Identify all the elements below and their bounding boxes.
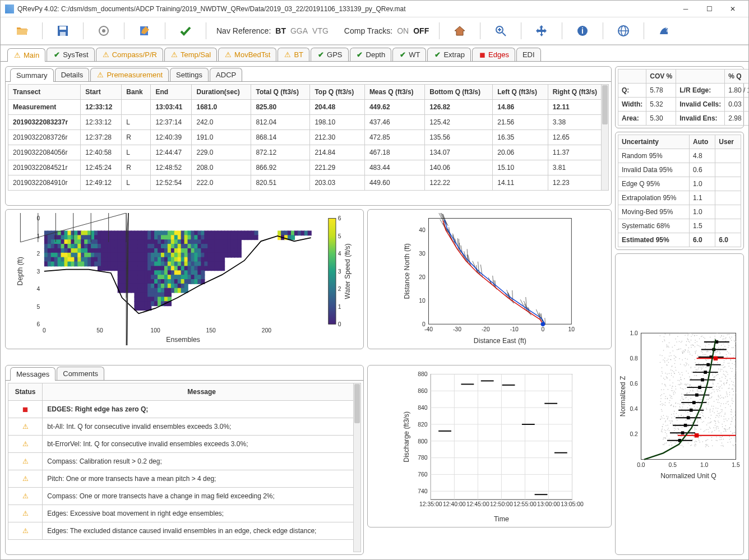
tab-compasspr[interactable]: ⚠Compass/P/R (96, 48, 163, 61)
svg-point-532 (691, 347, 692, 348)
msgtab-messages[interactable]: Messages (10, 367, 56, 381)
subtab-premeasurement[interactable]: ⚠Premeasurement (90, 68, 169, 81)
svg-point-620 (684, 384, 685, 385)
tab-bt[interactable]: ⚠BT (278, 48, 309, 61)
svg-point-404 (668, 346, 669, 348)
svg-point-277 (716, 437, 717, 438)
svg-point-22 (724, 419, 725, 420)
svg-point-270 (730, 368, 731, 369)
comp-off[interactable]: OFF (413, 26, 429, 35)
svg-point-668 (706, 429, 707, 431)
pan-button[interactable] (525, 20, 558, 42)
svg-point-779 (672, 382, 673, 383)
svg-point-528 (736, 443, 737, 444)
svg-point-104 (660, 395, 662, 396)
svg-point-413 (702, 368, 703, 369)
nav-bt[interactable]: BT (275, 26, 286, 35)
comp-on[interactable]: ON (397, 26, 409, 35)
warning-icon: ⚠ (21, 475, 29, 483)
svg-point-459 (702, 365, 703, 367)
subtab-settings[interactable]: Settings (170, 68, 209, 81)
svg-point-390 (674, 355, 675, 357)
svg-text:Ensembles: Ensembles (166, 336, 200, 344)
svg-point-633 (700, 436, 701, 437)
messages-table[interactable]: StatusMessage◼EDGES: Right edge has zero… (8, 383, 361, 540)
tab-depth[interactable]: ✔Depth (350, 48, 392, 61)
svg-point-776 (722, 336, 723, 337)
depth-heatmap-chart[interactable]: 0501001502000123456EnsemblesDepth (ft)01… (5, 209, 364, 349)
svg-point-295 (713, 340, 714, 341)
svg-point-602 (718, 421, 719, 422)
summary-table[interactable]: TransectStartBankEndDuration(sec)Total Q… (8, 84, 609, 191)
globe-button[interactable] (607, 20, 640, 42)
tab-tempsal[interactable]: ⚠Temp/Sal (164, 48, 217, 61)
svg-point-569 (701, 408, 702, 409)
nav-gga[interactable]: GGA (290, 26, 308, 35)
subtab-adcp[interactable]: ADCP (210, 68, 242, 81)
svg-point-574 (718, 413, 719, 414)
zoom-button[interactable] (484, 20, 517, 42)
maximize-button[interactable]: ☐ (698, 1, 720, 17)
svg-point-752 (676, 388, 677, 390)
settings-button[interactable] (87, 20, 121, 42)
svg-point-451 (731, 410, 732, 411)
tab-extrap[interactable]: ✔Extrap (427, 48, 471, 61)
close-button[interactable]: ✕ (722, 1, 744, 17)
svg-point-728 (661, 394, 662, 395)
svg-point-618 (688, 341, 690, 342)
svg-point-434 (699, 391, 700, 392)
msgtab-comments[interactable]: Comments (57, 367, 104, 380)
info-button[interactable]: i (566, 20, 599, 42)
svg-point-839 (679, 445, 681, 446)
svg-point-157 (732, 347, 733, 348)
svg-point-632 (692, 334, 693, 335)
svg-point-468 (727, 380, 728, 381)
summary-scrollbar[interactable] (601, 84, 609, 191)
tab-movbedtst[interactable]: ⚠MovBedTst (218, 48, 276, 61)
svg-text:880: 880 (418, 371, 428, 377)
home-button[interactable] (443, 20, 477, 42)
subtab-details[interactable]: Details (55, 68, 90, 81)
help-button[interactable]: ? (648, 20, 681, 42)
svg-point-291 (732, 417, 733, 418)
save-button[interactable] (46, 20, 80, 42)
svg-point-856 (712, 446, 713, 447)
svg-point-631 (719, 351, 720, 353)
messages-scrollbar[interactable] (353, 383, 361, 552)
svg-point-103 (660, 401, 662, 402)
svg-point-323 (706, 408, 707, 409)
svg-text:-20: -20 (482, 326, 490, 332)
tab-edges[interactable]: ◼Edges (472, 48, 515, 61)
tab-main[interactable]: ⚠Main (7, 48, 45, 62)
check-button[interactable] (169, 20, 202, 42)
svg-text:12:55:00: 12:55:00 (514, 501, 537, 507)
uncertainty-table[interactable]: UncertaintyAutoUserRandom 95%4.8Invalid … (618, 135, 741, 247)
svg-rect-1642 (308, 230, 312, 235)
svg-point-591 (663, 438, 664, 439)
svg-point-345 (729, 427, 730, 428)
svg-point-595 (718, 348, 719, 349)
svg-point-498 (706, 343, 707, 344)
svg-point-369 (680, 377, 681, 378)
minimize-button[interactable]: ─ (674, 1, 697, 17)
svg-point-804 (681, 436, 682, 437)
discharge-chart[interactable]: 74076078080082084086088012:35:0012:40:00… (367, 365, 612, 527)
svg-point-627 (662, 404, 663, 405)
svg-point-174 (723, 446, 724, 447)
shiptrack-chart[interactable]: -40-30-20-10010010203040Distance East (f… (367, 209, 612, 349)
open-button[interactable] (5, 20, 39, 42)
svg-point-280 (687, 363, 688, 364)
svg-point-669 (668, 428, 669, 429)
tab-gps[interactable]: ✔GPS (311, 48, 348, 61)
extrap-chart[interactable]: 0.00.51.01.50.20.40.60.81.0Normalized Un… (615, 253, 744, 555)
tab-systest[interactable]: ✔SysTest (47, 48, 95, 61)
svg-point-383 (707, 445, 708, 446)
svg-point-366 (730, 431, 732, 432)
svg-point-798 (725, 376, 727, 377)
svg-point-330 (675, 339, 676, 340)
tab-edi[interactable]: EDI (516, 48, 541, 61)
tab-wt[interactable]: ✔WT (392, 48, 426, 61)
edit-button[interactable] (128, 20, 161, 42)
nav-vtg[interactable]: VTG (312, 26, 329, 35)
subtab-summary[interactable]: Summary (10, 68, 54, 82)
